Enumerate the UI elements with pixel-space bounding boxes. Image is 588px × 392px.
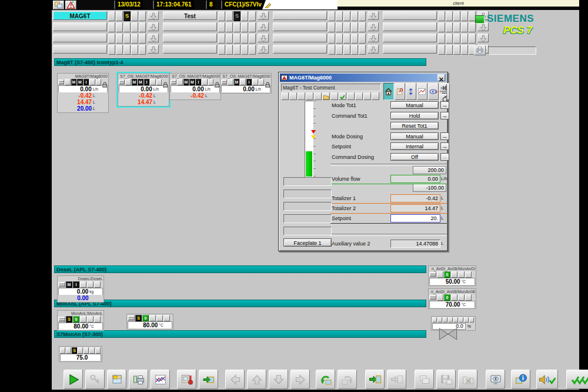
loop-view-button[interactable] <box>395 83 405 100</box>
block-icon-monan08[interactable]: n_AnDi_An08/MonAn08070.00°C <box>428 288 476 309</box>
mode-dosing-button[interactable]: Manual <box>390 132 439 140</box>
dock-window-button[interactable] <box>439 84 447 92</box>
page-down-arrow-button[interactable] <box>368 34 379 42</box>
block-menu-button[interactable] <box>429 272 436 277</box>
setpoint-button[interactable]: Internal <box>390 142 439 150</box>
picture-back-button[interactable] <box>316 370 335 389</box>
process-picture-button[interactable] <box>177 370 196 389</box>
alarm-source-button[interactable] <box>273 45 327 54</box>
more-options-button[interactable]: ... <box>440 112 449 119</box>
memo-2-button[interactable] <box>289 92 297 100</box>
memo-10-button[interactable] <box>355 92 363 100</box>
more-options-button[interactable]: ... <box>440 132 449 140</box>
page-down-arrow-button[interactable] <box>258 22 269 31</box>
alarm-source-button[interactable] <box>163 34 217 42</box>
memo-12-button[interactable] <box>372 92 379 100</box>
block-menu-button[interactable] <box>58 79 64 85</box>
block-icon-mag6t-os-3[interactable]: S7_OS::MAG6T/Mag6000MI0.00L/h <box>220 73 272 94</box>
block-menu-button[interactable] <box>119 79 125 85</box>
home-view-button[interactable] <box>383 83 394 100</box>
ack-button[interactable] <box>339 92 346 100</box>
picture-change-button[interactable] <box>199 370 218 389</box>
setpoint-input[interactable]: 20. <box>390 214 440 222</box>
alarm-source-button[interactable] <box>53 22 107 31</box>
alarm-source-button[interactable] <box>273 34 327 42</box>
page-down-arrow-button[interactable] <box>368 11 379 20</box>
page-down-arrow-button[interactable] <box>148 22 159 31</box>
alarm-source-button[interactable]: Test <box>163 11 217 20</box>
block-menu-button[interactable] <box>58 282 65 287</box>
alarm-source-button[interactable] <box>163 22 217 31</box>
navigate-down-button[interactable] <box>269 370 288 389</box>
limits-view-button[interactable] <box>406 83 416 100</box>
page-down-arrow-button[interactable] <box>368 22 379 31</box>
block-icon-mag6t[interactable]: MAG6T/Mag6000MMI0.00L/h-0.42L14.47L20.00… <box>57 73 109 113</box>
navigate-right-button[interactable] <box>290 370 310 389</box>
page-down-arrow-button[interactable] <box>258 34 269 42</box>
picture-store-button[interactable] <box>365 370 385 389</box>
more-options-button[interactable]: ... <box>440 153 449 161</box>
alarm-source-button[interactable] <box>53 34 107 42</box>
alarm-source-button[interactable] <box>383 22 437 31</box>
alarm-source-button[interactable] <box>163 45 217 54</box>
command-dosing-button[interactable]: Off <box>390 153 439 161</box>
page-down-arrow-button[interactable] <box>148 45 159 54</box>
valve-symbol[interactable] <box>439 327 457 343</box>
more-options-button[interactable]: ... <box>440 101 449 109</box>
more-options-button[interactable]: ... <box>440 142 449 150</box>
close-button[interactable] <box>437 74 445 81</box>
faceplate1-button[interactable]: Faceplate 1 <box>283 238 332 247</box>
block-menu-button[interactable] <box>429 295 436 300</box>
picture-recall-button[interactable] <box>387 370 406 389</box>
page-down-arrow-button[interactable] <box>148 11 159 20</box>
page-down-arrow-button[interactable] <box>258 11 269 20</box>
trend-display-button[interactable] <box>151 370 170 389</box>
block-icon-monandi[interactable]: n_AnDi_An08/MonAnDi050.00°C <box>428 265 476 286</box>
navigate-left-button[interactable] <box>225 370 245 389</box>
trend-view-button[interactable] <box>417 83 427 100</box>
picture-tree-button[interactable] <box>53 1 64 9</box>
page-down-arrow-button[interactable] <box>258 45 269 54</box>
report-print-button[interactable] <box>129 370 148 389</box>
memo-4-button[interactable] <box>306 92 313 100</box>
delete-arrangement-button[interactable] <box>458 370 477 389</box>
login-key-button[interactable] <box>85 370 105 389</box>
picture-forward-button[interactable] <box>338 370 357 389</box>
print-screen-button[interactable] <box>474 45 486 55</box>
faceplate-titlebar[interactable]: MAG6T/Mag6000 <box>280 74 446 82</box>
block-icon-monanl[interactable]: MonAnL/MonAnLS080.00°C <box>57 310 104 331</box>
navigate-up-button[interactable] <box>247 370 266 389</box>
memo-1-button[interactable] <box>281 92 289 100</box>
monitor-select-button[interactable] <box>486 370 505 389</box>
acknowledge-all-button[interactable] <box>566 370 588 389</box>
save-arrangement-button[interactable] <box>436 370 456 389</box>
memo-7-button[interactable] <box>330 92 338 100</box>
horn-acknowledge-button[interactable] <box>536 370 558 389</box>
alarm-source-button[interactable] <box>383 11 437 20</box>
batch-button[interactable] <box>322 92 330 100</box>
window-arrange-button[interactable] <box>415 370 434 389</box>
memo-3-button[interactable] <box>298 92 305 100</box>
alarm-source-button[interactable] <box>383 34 437 42</box>
block-icon-mag6t-os-2[interactable]: S7_OS::MAG6T/Mag6000MMI0.00L/h-0.42L <box>169 73 221 100</box>
block-menu-button[interactable] <box>58 317 65 322</box>
block-menu-button[interactable] <box>128 315 135 321</box>
page-down-arrow-button[interactable] <box>148 34 159 42</box>
mode-tot1-button[interactable]: Manual <box>390 101 439 109</box>
block-icon-mag6t-os[interactable]: S7_OS::MAG6T/Mag6000MMI0.00L/h-0.42L14.4… <box>118 73 169 107</box>
alarm-source-button[interactable] <box>273 22 327 31</box>
runtime-start-button[interactable] <box>64 370 83 389</box>
block-menu-button[interactable] <box>171 79 176 85</box>
picture-new-button[interactable] <box>107 370 126 389</box>
signature-tab[interactable] <box>262 0 338 9</box>
memo-11-button[interactable] <box>363 92 371 100</box>
block-icon-s7monan[interactable]: S75.0 <box>59 346 102 362</box>
block-menu-button[interactable] <box>221 79 227 85</box>
page-down-arrow-button[interactable] <box>368 45 379 54</box>
alarm-warning-button[interactable] <box>65 1 76 9</box>
reset-tot1-button[interactable]: Reset Tot1 <box>390 122 439 129</box>
picture-info-button[interactable] <box>511 370 530 389</box>
memo-9-button[interactable] <box>347 92 355 100</box>
ramp-view-button[interactable] <box>428 83 439 100</box>
alarm-source-button[interactable] <box>383 45 437 54</box>
